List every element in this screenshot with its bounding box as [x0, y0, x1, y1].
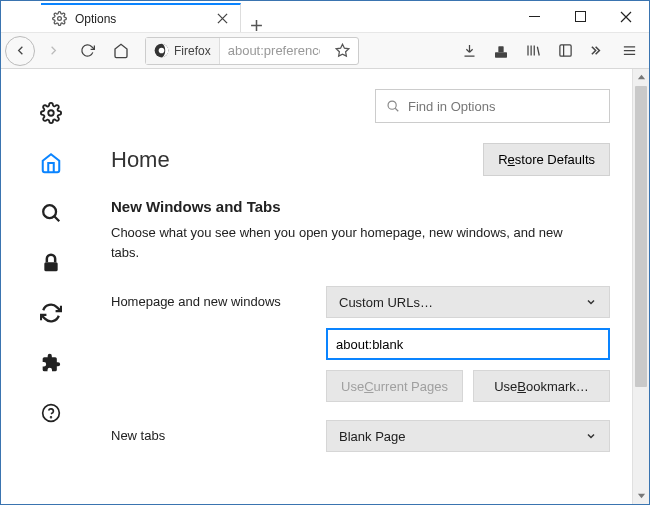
- menu-icon[interactable]: [613, 36, 645, 66]
- chevron-down-icon: [585, 430, 597, 442]
- bookmark-star-icon[interactable]: [328, 43, 358, 58]
- use-bookmark-button[interactable]: Use Bookmark…: [473, 370, 610, 402]
- sidebar-item-support[interactable]: [37, 399, 65, 427]
- use-current-pages-button[interactable]: Use Current Pages: [326, 370, 463, 402]
- sidebar-item-sync[interactable]: [37, 299, 65, 327]
- svg-point-0: [57, 17, 61, 21]
- svg-rect-6: [498, 46, 503, 52]
- search-placeholder: Find in Options: [408, 99, 495, 114]
- tab-title: Options: [75, 12, 206, 26]
- svg-rect-7: [559, 45, 570, 56]
- sidebar-icon[interactable]: [549, 36, 581, 66]
- library-icon[interactable]: [517, 36, 549, 66]
- main-panel: Find in Options Home Restore Defaults Ne…: [101, 69, 632, 504]
- new-tabs-select-value: Blank Page: [339, 429, 406, 444]
- svg-rect-11: [44, 262, 57, 271]
- page-title: Home: [111, 147, 170, 173]
- gear-icon: [51, 11, 67, 27]
- svg-point-10: [43, 205, 56, 218]
- tab-strip: Options: [1, 1, 511, 32]
- svg-rect-5: [495, 52, 507, 57]
- content: Find in Options Home Restore Defaults Ne…: [1, 69, 649, 504]
- search-input[interactable]: Find in Options: [375, 89, 610, 123]
- homepage-url-input[interactable]: [326, 328, 610, 360]
- identity-box[interactable]: Firefox: [146, 38, 220, 64]
- svg-point-14: [388, 101, 396, 109]
- svg-rect-1: [575, 12, 585, 22]
- search-icon: [386, 99, 400, 113]
- new-tabs-select[interactable]: Blank Page: [326, 420, 610, 452]
- window-close-button[interactable]: [603, 1, 649, 32]
- homepage-label: Homepage and new windows: [111, 286, 326, 309]
- scroll-thumb[interactable]: [635, 86, 647, 387]
- forward-button[interactable]: [37, 36, 69, 66]
- sidebar-item-privacy[interactable]: [37, 249, 65, 277]
- scrollbar[interactable]: [632, 69, 649, 504]
- scroll-up-icon[interactable]: [633, 69, 649, 86]
- window-controls: [511, 1, 649, 32]
- identity-label: Firefox: [174, 44, 211, 58]
- back-button[interactable]: [5, 36, 35, 66]
- nav-toolbar: Firefox: [1, 32, 649, 69]
- section-title: New Windows and Tabs: [111, 198, 610, 215]
- sidebar-item-general[interactable]: [37, 99, 65, 127]
- sidebar-item-search[interactable]: [37, 199, 65, 227]
- overflow-icon[interactable]: [581, 36, 613, 66]
- home-button[interactable]: [105, 36, 137, 66]
- sidebar-item-extensions[interactable]: [37, 349, 65, 377]
- homepage-select-value: Custom URLs…: [339, 295, 433, 310]
- restore-defaults-button[interactable]: Restore Defaults: [483, 143, 610, 176]
- row-new-tabs: New tabs Blank Page: [111, 420, 610, 452]
- close-icon[interactable]: [214, 11, 230, 27]
- row-homepage: Homepage and new windows Custom URLs… Us…: [111, 286, 610, 402]
- title-bar: Options: [1, 1, 649, 32]
- svg-point-13: [51, 417, 52, 418]
- scroll-down-icon[interactable]: [633, 487, 649, 504]
- sidebar-item-home[interactable]: [37, 149, 65, 177]
- maximize-button[interactable]: [557, 1, 603, 32]
- svg-point-3: [159, 48, 165, 54]
- homepage-select[interactable]: Custom URLs…: [326, 286, 610, 318]
- url-input[interactable]: [220, 43, 328, 58]
- browser-tab[interactable]: Options: [41, 3, 241, 32]
- url-bar[interactable]: Firefox: [145, 37, 359, 65]
- new-tabs-label: New tabs: [111, 420, 326, 443]
- account-icon[interactable]: [485, 36, 517, 66]
- new-tab-button[interactable]: [241, 19, 271, 32]
- downloads-icon[interactable]: [453, 36, 485, 66]
- sidebar: [1, 69, 101, 504]
- svg-point-9: [48, 110, 54, 116]
- section-description: Choose what you see when you open your h…: [111, 223, 591, 262]
- reload-button[interactable]: [71, 36, 103, 66]
- minimize-button[interactable]: [511, 1, 557, 32]
- svg-marker-4: [336, 44, 349, 56]
- scroll-track[interactable]: [633, 86, 649, 487]
- chevron-down-icon: [585, 296, 597, 308]
